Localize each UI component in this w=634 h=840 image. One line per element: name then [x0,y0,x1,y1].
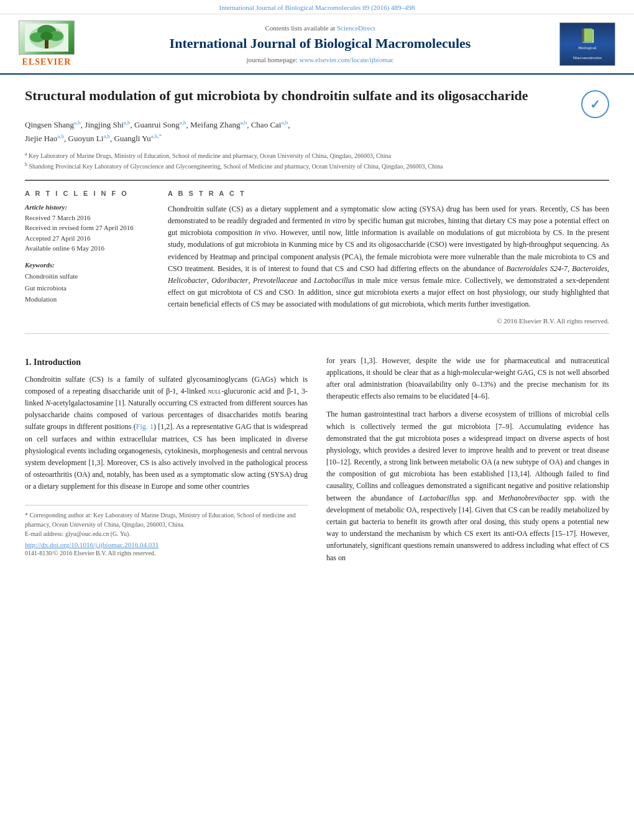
keyword-2: Gut microbiota [25,284,67,292]
authors-line: Qingsen Shanga,b, Jingjing Shia,b, Guanr… [25,118,609,145]
article-history: Article history: Received 7 March 2016 R… [25,203,149,254]
journal-logo-line2: Macromolecules [573,55,602,60]
keyword-3: Modulation [25,295,57,303]
fig1-link[interactable]: Fig. 1 [136,422,154,431]
journal-header: ELSEVIER Contents lists available at Sci… [0,14,634,75]
article-info-col: A R T I C L E I N F O Article history: R… [25,190,149,325]
elsevier-tree-image [19,21,75,55]
article-info-label: A R T I C L E I N F O [25,190,149,197]
journal-citation-text: International Journal of Biological Macr… [219,4,415,11]
received-date: Received 7 March 2016 [25,213,149,223]
journal-title: International Journal of Biological Macr… [81,35,559,52]
abstract-label: A B S T R A C T [168,190,609,197]
title-crossmark-row: Structural modulation of gut microbiota … [25,87,609,118]
sciencedirect-link[interactable]: ScienceDirect [337,24,375,32]
keywords-label: Keywords: [25,261,149,269]
keyword-1: Chondroitin sulfate [25,272,78,280]
body-two-col: 1. Introduction Chondroitin sulfate (CS)… [25,355,609,570]
article-info-abstract: A R T I C L E I N F O Article history: R… [25,190,609,325]
doi-link[interactable]: http://dx.doi.org/10.1016/j.ijbiomac.201… [25,541,308,548]
section1-number: 1. [25,358,32,367]
body-para-1: Chondroitin sulfate (CS) is a family of … [25,374,308,493]
abstract-divider [25,333,609,334]
contents-available-text: Contents lists available at ScienceDirec… [81,24,559,32]
affiliation-a: Key Laboratory of Marine Drugs, Ministry… [29,153,391,160]
article-content: Structural modulation of gut microbiota … [0,75,634,355]
body-para-right-1: for years [1,3]. However, despite the wi… [326,355,609,403]
section1-title: Introduction [34,358,81,367]
journal-title-area: Contents lists available at ScienceDirec… [81,24,559,63]
copyright-text: © 2016 Elsevier B.V. All rights reserved… [168,317,609,325]
journal-homepage-text: journal homepage: www.elsevier.com/locat… [81,56,559,63]
journal-homepage-link[interactable]: www.elsevier.com/locate/ijbiomac [299,56,393,63]
footnote-issn: 0141-8130/© 2016 Elsevier B.V. All right… [25,548,308,558]
elsevier-wordmark: ELSEVIER [22,57,71,67]
body-col-right: for years [1,3]. However, despite the wi… [326,355,609,570]
section1-heading: 1. Introduction [25,358,308,367]
elsevier-logo: ELSEVIER [12,21,81,67]
article-title: Structural modulation of gut microbiota … [25,87,528,105]
footnote-email: E-mail address: glyu@ouc.edu.cn (G. Yu). [25,529,308,538]
affiliations: a Key Laboratory of Marine Drugs, Minist… [25,150,609,171]
page-wrapper: International Journal of Biological Macr… [0,0,634,589]
footnote-corresponding: * Corresponding author at: Key Laborator… [25,510,308,529]
history-label: Article history: [25,203,149,211]
accepted-date: Accepted 27 April 2016 [25,233,149,244]
body-para-right-2: The human gastrointestinal tract harbors… [326,408,609,563]
abstract-col: A B S T R A C T Chondroitin sulfate (CS)… [168,190,609,325]
body-col-left: 1. Introduction Chondroitin sulfate (CS)… [25,355,308,570]
svg-point-6 [40,32,53,40]
crossmark-badge[interactable]: ✓ [581,90,609,118]
affiliation-b: Shandong Provincial Key Laboratory of Gl… [29,163,443,170]
journal-citation-bar: International Journal of Biological Macr… [0,0,634,14]
keywords-group: Keywords: Chondroitin sulfate Gut microb… [25,261,149,305]
abstract-text: Chondroitin sulfate (CS) as a dietary su… [168,203,609,311]
journal-logo-right: 📗 Biological Macromolecules [559,22,615,66]
elsevier-logo-area: ELSEVIER [12,21,81,67]
journal-logo-right-area: 📗 Biological Macromolecules [559,22,622,66]
available-date: Available online 6 May 2016 [25,243,149,254]
journal-logo-icon: 📗 [579,28,596,44]
crossmark-symbol: ✓ [590,97,600,112]
keywords-list: Chondroitin sulfate Gut microbiota Modul… [25,270,149,305]
body-content: 1. Introduction Chondroitin sulfate (CS)… [0,355,634,589]
footnote-area: * Corresponding author at: Key Laborator… [25,505,308,558]
title-divider [25,180,609,181]
revised-date: Received in revised form 27 April 2016 [25,223,149,233]
journal-logo-line1: Biological [578,45,596,50]
